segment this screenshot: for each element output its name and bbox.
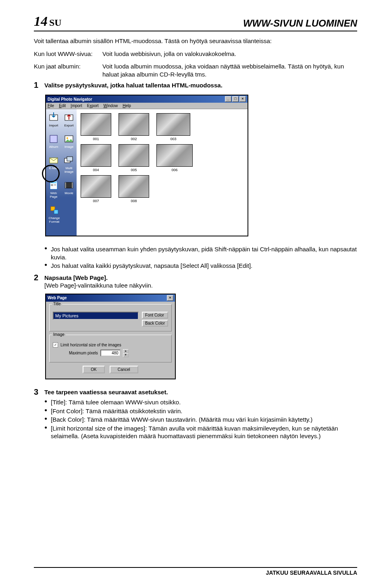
export-icon <box>64 112 74 123</box>
movie-icon <box>64 180 74 190</box>
menu-help[interactable]: Help <box>123 104 131 108</box>
minimize-icon[interactable]: _ <box>225 96 231 102</box>
step-1-notes: Jos haluat valita useamman kuin yhden py… <box>34 243 357 271</box>
thumb-caption: 005 <box>131 168 137 172</box>
footer-text: JATKUU SEURAAVALLA SIVULLA <box>34 569 357 576</box>
sidebar-movie[interactable]: Movie <box>62 180 76 199</box>
intro-text: Voit tallentaa albumin sisällön HTML-muo… <box>34 37 357 45</box>
title-input[interactable]: My Pictures <box>53 312 139 320</box>
email-icon <box>48 155 59 166</box>
thumb-008[interactable]: 008 <box>119 175 149 203</box>
font-color-button[interactable]: Font Color <box>142 312 168 319</box>
step-3: 3 Tee tarpeen vaatiessa seuraavat asetuk… <box>34 387 357 441</box>
sidebar-label: Import <box>49 124 58 127</box>
bullet: [Back Color]: Tämä määrittää WWW-sivun t… <box>44 416 357 424</box>
bullet: [Font Color]: Tämä määrittää otsikkoteks… <box>44 407 357 415</box>
limit-checkbox[interactable]: ✓ <box>53 342 58 348</box>
bullet: [Title]: Tämä tulee olemaan WWW-sivun ot… <box>44 398 357 406</box>
sidebar-label: Image <box>64 145 73 149</box>
definition-row: Kun luot WWW-sivua: Voit luoda webbisivu… <box>34 50 357 58</box>
footer: JATKUU SEURAAVALLA SIVULLA <box>34 567 357 576</box>
image-icon <box>64 134 74 144</box>
thumb-caption: 006 <box>171 168 177 172</box>
thumb-005[interactable]: 005 <box>119 144 149 172</box>
step-number: 3 <box>34 387 44 441</box>
close-icon[interactable]: × <box>167 295 173 301</box>
step-number: 2 <box>34 273 44 290</box>
menu-window[interactable]: Window <box>104 104 118 108</box>
web-page-icon <box>48 180 59 190</box>
svg-rect-17 <box>54 210 58 214</box>
multi-image-icon <box>64 155 74 166</box>
maximize-icon[interactable]: □ <box>232 96 239 102</box>
pixels-spinner[interactable]: ▲▼ <box>123 349 129 357</box>
max-pixels-input[interactable]: 480 <box>100 350 121 356</box>
sidebar-album[interactable]: Album <box>46 134 61 149</box>
step-number: 1 <box>34 81 44 90</box>
bullet: Jos haluat valita kaikki pysäytyskuvat, … <box>44 262 357 270</box>
sidebar-import[interactable]: Import <box>46 112 61 127</box>
definition-row: Kun jaat albumin: Voit luoda albumin muo… <box>34 62 357 78</box>
sidebar-image[interactable]: Image <box>62 134 76 149</box>
thumb-caption: 007 <box>93 199 99 203</box>
svg-point-4 <box>67 137 68 139</box>
title-group: Title My Pictures Font Color Back Color <box>49 304 172 331</box>
web-page-dialog: Web Page × Title My Pictures Font Color … <box>45 294 176 379</box>
spinner-up-icon[interactable]: ▲ <box>123 349 129 353</box>
dialog-title: Web Page <box>48 296 67 300</box>
thumb-007[interactable]: 007 <box>81 175 111 203</box>
svg-rect-7 <box>67 157 73 161</box>
dpn-sidebar: Import Export Album <box>46 109 77 236</box>
svg-rect-9 <box>51 182 56 183</box>
def-body: Voit luoda albumin muodossa, joka voidaa… <box>102 62 357 78</box>
menu-import[interactable]: Import <box>71 104 82 108</box>
dialog-titlebar: Web Page × <box>46 294 175 302</box>
back-color-button[interactable]: Back Color <box>142 320 168 327</box>
step-2-title: Napsauta [Web Page]. <box>44 274 357 282</box>
cancel-button[interactable]: Cancel <box>110 366 138 373</box>
def-term: Kun jaat albumin: <box>34 62 102 78</box>
ok-button[interactable]: OK <box>83 366 104 373</box>
image-group: Image ✓ Limit horizontal size of the ima… <box>49 335 172 362</box>
sidebar-change-format[interactable]: Change Format <box>47 205 62 224</box>
group-legend: Title <box>52 302 62 306</box>
thumb-caption: 003 <box>170 137 176 141</box>
dpn-titlebar: Digital Photo Navigator _ □ × <box>46 95 248 103</box>
step-2: 2 Napsauta [Web Page]. [Web Page]-valint… <box>34 273 357 290</box>
thumb-001[interactable]: 001 <box>81 113 111 141</box>
step-1-title: Valitse pysäytyskuvat, jotka haluat tall… <box>44 81 357 89</box>
bullet: Jos haluat valita useamman kuin yhden py… <box>44 245 357 261</box>
thumb-006[interactable]: 006 <box>156 144 193 172</box>
svg-rect-2 <box>50 135 57 143</box>
sidebar-label: Export <box>64 124 73 127</box>
thumb-caption: 001 <box>93 137 99 141</box>
sidebar-web-page[interactable]: Web Page <box>46 180 61 199</box>
step-2-text: [Web Page]-valintaikkuna tulee näkyviin. <box>44 282 357 290</box>
dpn-content: 001 002 003 004 005 006 007 008 <box>77 109 248 236</box>
thumb-003[interactable]: 003 <box>156 113 190 141</box>
spinner-down-icon[interactable]: ▼ <box>123 353 129 357</box>
sidebar-multi-image[interactable]: Multi Image <box>62 155 76 174</box>
sidebar-export[interactable]: Export <box>62 112 76 127</box>
def-term: Kun luot WWW-sivua: <box>34 50 102 58</box>
page-number: 14SU <box>34 14 62 29</box>
sidebar-label: E-Mail <box>49 166 58 170</box>
change-format-icon <box>49 205 60 215</box>
menu-edit[interactable]: Edit <box>59 104 66 108</box>
sidebar-email[interactable]: E-Mail <box>46 155 61 174</box>
sidebar-label: Album <box>49 145 58 149</box>
import-icon <box>48 112 59 123</box>
sidebar-label: Movie <box>64 191 73 195</box>
svg-rect-15 <box>72 182 73 188</box>
dpn-title: Digital Photo Navigator <box>48 97 92 101</box>
thumb-004[interactable]: 004 <box>81 144 111 172</box>
bullet: [Limit horizontal size of the images]: T… <box>44 424 357 440</box>
sidebar-label: Web Page <box>46 191 61 199</box>
thumb-002[interactable]: 002 <box>119 113 149 141</box>
menu-export[interactable]: Export <box>87 104 99 108</box>
close-icon[interactable]: × <box>239 96 246 102</box>
menu-file[interactable]: File <box>48 104 54 108</box>
sidebar-label: Multi Image <box>62 166 76 174</box>
thumb-caption: 002 <box>131 137 137 141</box>
thumb-caption: 008 <box>131 199 137 203</box>
